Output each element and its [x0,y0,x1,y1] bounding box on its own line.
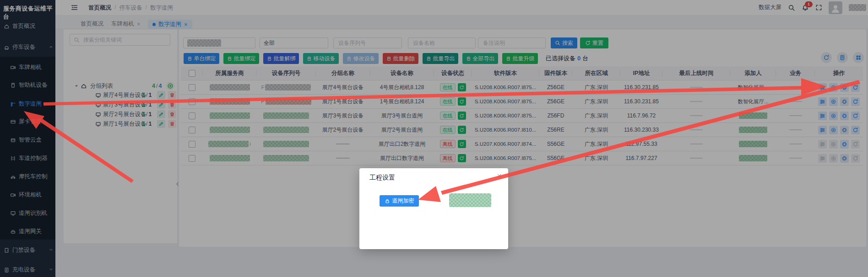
lock-icon [385,198,390,204]
barrier-encrypt-button[interactable]: 道闸加密 [380,195,419,207]
app-root: 服务商设备运维平台 首页概况停车设备车牌相机智助机设备数字道闸屏卡管理智管云盒车… [0,0,868,277]
close-icon[interactable]: × [497,172,502,180]
blurred-green-button[interactable] [449,193,491,207]
barrier-encrypt-label: 道闸加密 [392,197,414,205]
modal-title: 工程设置 [369,174,395,182]
engineering-settings-modal: 工程设置 × 道闸加密 [359,168,508,249]
